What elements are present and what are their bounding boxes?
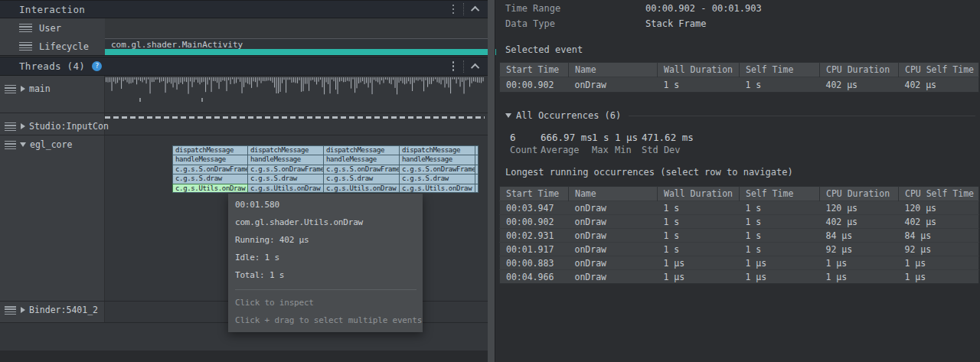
flame-frame-c-g-s-s-draw[interactable]: c.g.s.S.draw [172, 174, 248, 183]
lifecycle-track-row: Lifecycle com.gl.shader.MainActivity [0, 38, 488, 56]
longest-occurrences-table: Start TimeNameWall DurationSelf TimeCPU … [499, 186, 979, 284]
expand-arrow-icon[interactable] [21, 123, 25, 129]
column-header[interactable]: CPU Duration [820, 63, 899, 77]
vertical-scrollbar[interactable] [488, 0, 495, 362]
flame-frame-c-g-s-s-ondrawframe[interactable]: c.g.s.S.onDrawFrame [248, 165, 324, 174]
timeline-footer-strip [0, 351, 488, 362]
column-header[interactable]: Start Time [500, 63, 569, 77]
main-thread-activity-chart[interactable] [105, 77, 486, 95]
data-type-value: Stack Frame [645, 18, 706, 29]
flame-frame-dispatchmessage[interactable]: dispatchMessage [324, 145, 400, 155]
thread-name: Studio:InputCon [29, 121, 109, 132]
flame-frame-c-g-s-utils-ondraw[interactable]: c.g.s.Utils.onDraw [248, 184, 324, 193]
egl-core-flame-chart[interactable]: dispatchMessagehandleMessagec.g.s.S.onDr… [172, 145, 479, 193]
interaction-section-header: Interaction [0, 0, 488, 18]
expand-arrow-icon[interactable] [21, 86, 25, 92]
table-row[interactable]: 00:04.966onDraw1 µs1 µs1 µs1 µs [500, 270, 979, 284]
flame-frame-c-g-s-s-ondrawframe[interactable]: c.g.s.S.onDrawFrame [400, 165, 475, 174]
collapse-arrow-icon[interactable] [505, 113, 511, 118]
table-row[interactable]: 00:00.902onDraw1 s1 s402 µs402 µs [500, 215, 979, 229]
drag-handle-icon[interactable] [19, 42, 32, 51]
column-header[interactable]: CPU Self Time [899, 187, 979, 201]
table-cell: 00:01.917 [500, 243, 569, 256]
analysis-panel: Time Range 00:00.902 - 00:01.903 Data Ty… [496, 0, 980, 362]
table-row[interactable]: 00:01.917onDraw1 s1 s92 µs92 µs [500, 243, 979, 256]
user-track[interactable] [105, 18, 488, 38]
drag-handle-icon[interactable] [5, 306, 16, 315]
flame-frame-handlemessage[interactable]: handleMessage [324, 155, 400, 164]
interaction-title: Interaction [19, 4, 85, 15]
studio-inputcon-activity[interactable] [105, 116, 485, 119]
all-occurrences-header[interactable]: All Occurrences (6) [505, 110, 975, 121]
flame-frame-dispatchmessage[interactable]: dispatchMessage [400, 145, 475, 155]
flame-frame-c-g-s-utils-ondraw[interactable]: c.g.s.Utils.onDraw [324, 184, 400, 193]
tooltip-idle: Idle: 1 s [235, 253, 416, 263]
expand-arrow-icon[interactable] [21, 307, 25, 313]
event-tooltip: 00:01.580 com.gl.shader.Utils.onDraw Run… [228, 194, 423, 332]
drag-handle-icon[interactable] [5, 122, 16, 131]
threads-menu-icon[interactable] [450, 59, 457, 73]
table-cell: 00:00.902 [500, 77, 569, 93]
tooltip-total: Total: 1 s [235, 270, 416, 280]
drag-handle-icon[interactable] [5, 141, 16, 149]
user-track-name: User [39, 23, 61, 34]
lifecycle-track-name: Lifecycle [39, 41, 89, 52]
interaction-menu-icon[interactable] [450, 2, 457, 17]
table-cell: onDraw [569, 243, 658, 256]
flame-frame-c-g-s-utils-ondraw[interactable]: c.g.s.Utils.onDraw [172, 184, 248, 193]
flame-column: dispatchMessagehandleMessagec.g.s.S.onDr… [248, 145, 324, 193]
table-row[interactable]: 00:02.931onDraw1 s1 s84 µs84 µs [500, 229, 979, 243]
lifecycle-track[interactable]: com.gl.shader.MainActivity [105, 38, 488, 55]
table-cell: onDraw [569, 256, 658, 270]
selected-event-heading: Selected event [505, 44, 583, 55]
thread-row-egl-core[interactable]: egl_core [0, 138, 105, 152]
column-header[interactable]: Name [569, 63, 658, 77]
lifecycle-event[interactable]: com.gl.shader.MainActivity [105, 38, 488, 49]
threads-collapse-icon[interactable] [471, 63, 479, 71]
flame-frame-c-g-s-s-ondrawframe[interactable]: c.g.s.S.onDrawFrame [324, 165, 400, 174]
thread-name: egl_core [30, 139, 72, 150]
column-header[interactable]: Wall Duration [658, 63, 740, 77]
interaction-collapse-icon[interactable] [471, 6, 479, 15]
collapse-arrow-icon[interactable] [20, 142, 26, 147]
column-header[interactable]: Wall Duration [658, 187, 740, 201]
flame-frame-dispatchmessage[interactable]: dispatchMessage [172, 145, 248, 155]
column-header[interactable]: Start Time [500, 187, 569, 201]
flame-frame-dispatchmessage[interactable]: dispatchMessage [248, 145, 324, 155]
thread-row-binder[interactable]: Binder:5401_2 [0, 303, 105, 317]
table-cell: 1 s [740, 77, 820, 93]
table-row[interactable]: 00:03.947onDraw1 s1 s120 µs120 µs [500, 201, 979, 215]
trace-event-tick [139, 98, 141, 102]
flame-frame-c-g-s-s-draw[interactable]: c.g.s.S.draw [324, 174, 400, 183]
thread-row-main[interactable]: main [0, 82, 105, 96]
drag-handle-icon[interactable] [5, 85, 16, 93]
table-cell: 402 µs [899, 77, 979, 93]
trace-event-tick [201, 98, 203, 102]
flame-frame-c-g-s-utils-ondraw[interactable]: c.g.s.Utils.onDraw [400, 184, 475, 193]
flame-frame-handlemessage[interactable]: handleMessage [400, 155, 475, 164]
table-row[interactable]: 00:00.883onDraw1 µs1 µs1 µs1 µs [500, 256, 979, 270]
threads-title: Threads (4) [19, 60, 85, 72]
thread-row-studio-inputcon[interactable]: Studio:InputCon [0, 119, 105, 133]
table-cell: 00:00.902 [500, 215, 569, 229]
table-cell: 120 µs [820, 201, 899, 215]
column-header[interactable]: Self Time [740, 187, 820, 201]
flame-frame-handlemessage[interactable]: handleMessage [248, 155, 324, 164]
column-header[interactable]: CPU Self Time [899, 63, 979, 77]
flame-frame-c-g-s-s-ondrawframe[interactable]: c.g.s.S.onDrawFrame [172, 165, 248, 174]
table-cell: 1 s [740, 215, 820, 229]
column-header[interactable]: Self Time [740, 63, 820, 77]
column-header[interactable]: Name [569, 187, 658, 201]
column-header[interactable]: CPU Duration [820, 187, 899, 201]
tooltip-running: Running: 402 µs [235, 235, 416, 245]
flame-frame-handlemessage[interactable]: handleMessage [172, 155, 248, 164]
user-track-label: User [0, 18, 105, 38]
flame-frame-c-g-s-s-draw[interactable]: c.g.s.S.draw [248, 174, 324, 183]
table-cell: onDraw [569, 270, 658, 284]
flame-frame-c-g-s-s-draw[interactable]: c.g.s.S.draw [400, 174, 475, 183]
help-icon[interactable]: ? [92, 61, 102, 71]
table-cell: 1 s [740, 243, 820, 256]
stat-value: 471.62 ms [642, 132, 694, 143]
table-cell: 1 µs [740, 256, 820, 270]
drag-handle-icon[interactable] [19, 24, 32, 32]
